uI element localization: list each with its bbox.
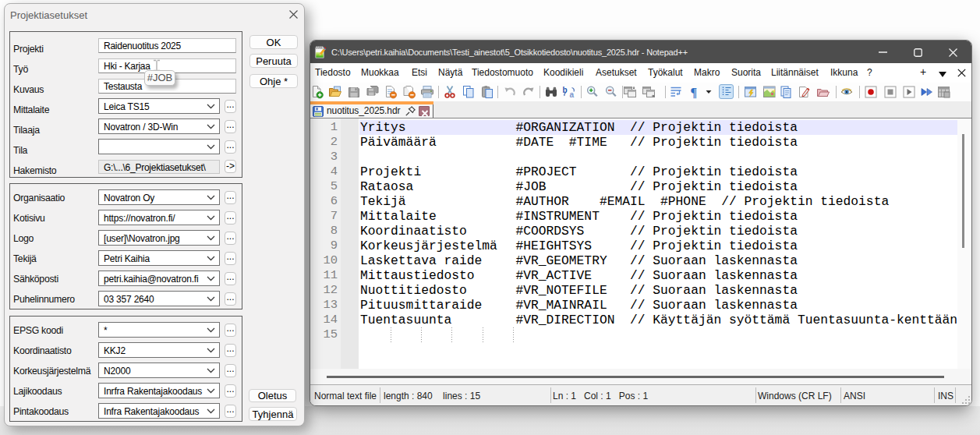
svg-text:b: b	[563, 86, 568, 94]
svg-text:a: a	[570, 90, 575, 99]
svg-text:¶: ¶	[691, 86, 698, 99]
